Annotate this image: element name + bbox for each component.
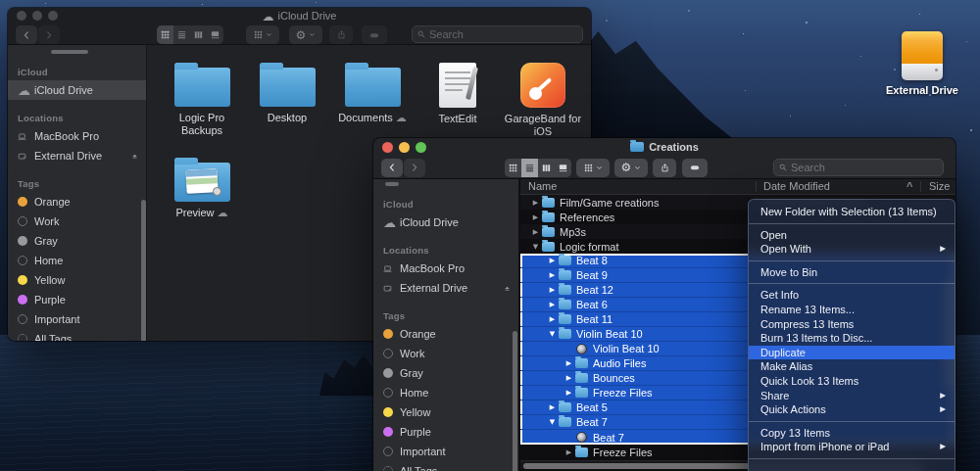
disclosure-triangle-icon[interactable]: ▶ <box>563 374 575 382</box>
sidebar-item-macbook-pro[interactable]: MacBook Pro <box>373 259 518 278</box>
menu-item-make-alias[interactable]: Make Alias <box>749 359 955 374</box>
action-button[interactable]: ⚙ <box>614 159 648 177</box>
sidebar-section-header-tags: Tags <box>18 178 146 189</box>
sidebar-scrollbar[interactable] <box>513 331 517 471</box>
menu-item-burn-13-items-to-disc[interactable]: Burn 13 Items to Disc... <box>749 331 955 346</box>
sidebar-item-icloud-drive[interactable]: ☁iCloud Drive <box>373 212 518 232</box>
sidebar-item-orange[interactable]: Orange <box>8 192 146 212</box>
sidebar-item-all-tags[interactable]: All Tags... <box>373 461 518 471</box>
menu-item-share[interactable]: Share▶ <box>749 389 955 403</box>
view-gallery-button[interactable] <box>555 159 571 177</box>
menu-item-rename-13-items[interactable]: Rename 13 Items... <box>749 303 955 317</box>
menu-item-copy-13-items[interactable]: Copy 13 Items <box>749 426 955 441</box>
sidebar-item-macbook-pro[interactable]: MacBook Pro <box>8 126 146 146</box>
search-field[interactable] <box>412 25 583 43</box>
close-button[interactable] <box>382 142 393 153</box>
grid-item-logic-pro-backups[interactable]: Logic Pro Backups <box>159 61 245 138</box>
eject-icon[interactable] <box>131 153 138 160</box>
disclosure-triangle-icon[interactable]: ▼ <box>546 418 559 426</box>
sidebar-item-purple[interactable]: Purple <box>373 422 518 442</box>
column-header-date-modified[interactable]: Date Modified <box>763 180 830 192</box>
back-button[interactable] <box>381 159 403 177</box>
grid-item-documents[interactable]: Documents☁ <box>329 61 416 138</box>
sidebar-item-gray[interactable]: Gray <box>373 363 518 383</box>
view-grid-button[interactable] <box>505 159 521 177</box>
sidebar-item-yellow[interactable]: Yellow <box>373 402 518 422</box>
minimize-button[interactable] <box>32 11 42 21</box>
eject-icon[interactable] <box>504 285 511 292</box>
sidebar-item-important[interactable]: Important <box>8 309 146 329</box>
disclosure-triangle-icon[interactable]: ▶ <box>546 271 559 279</box>
tag-button[interactable] <box>362 25 387 44</box>
share-button[interactable] <box>653 159 676 177</box>
menu-separator <box>749 421 955 422</box>
disclosure-triangle-icon[interactable]: ▼ <box>529 243 542 251</box>
sidebar-item-external-drive[interactable]: External Drive <box>8 146 146 165</box>
grid-item-desktop[interactable]: Desktop <box>244 61 330 138</box>
sidebar-item-work[interactable]: Work <box>8 212 146 231</box>
disclosure-triangle-icon[interactable]: ▶ <box>546 301 559 308</box>
view-columns-button[interactable] <box>190 25 207 44</box>
menu-item-quick-actions[interactable]: Quick Actions▶ <box>749 402 955 417</box>
sidebar-item-all-tags[interactable]: All Tags... <box>8 329 146 341</box>
sidebar-item-home[interactable]: Home <box>373 383 518 402</box>
menu-item-new-folder-with-selection-13-items[interactable]: New Folder with Selection (13 Items) <box>749 205 955 219</box>
view-list-button[interactable] <box>521 159 538 177</box>
disclosure-triangle-icon[interactable]: ▶ <box>563 448 575 456</box>
search-field[interactable] <box>773 159 944 176</box>
search-input[interactable] <box>425 28 577 40</box>
group-button[interactable] <box>246 25 279 44</box>
external-drive-desktop-icon[interactable]: External Drive <box>879 31 965 96</box>
sidebar-scrollbar[interactable] <box>141 200 146 341</box>
disclosure-triangle-icon[interactable]: ▶ <box>546 403 559 411</box>
menu-item-get-info[interactable]: Get Info <box>749 288 955 303</box>
grid-item-textedit[interactable]: TextEdit <box>415 61 501 138</box>
menu-item-quick-look-13-items[interactable]: Quick Look 13 Items <box>749 374 955 389</box>
zoom-button[interactable] <box>416 142 426 153</box>
menu-item-open[interactable]: Open <box>749 228 955 243</box>
sidebar-item-gray[interactable]: Gray <box>8 231 146 251</box>
sidebar-item-purple[interactable]: Purple <box>8 290 146 309</box>
view-list-button[interactable] <box>173 25 190 44</box>
grid-item-garageband-for-ios[interactable]: GarageBand for iOS <box>500 61 586 138</box>
view-gallery-button[interactable] <box>207 25 223 44</box>
zoom-button[interactable] <box>48 11 58 21</box>
forward-button[interactable] <box>38 25 60 44</box>
menu-item-open-with[interactable]: Open With▶ <box>749 242 955 257</box>
disclosure-triangle-icon[interactable]: ▶ <box>546 286 559 294</box>
menu-item-import-from-iphone-or-ipad[interactable]: Import from iPhone or iPad▶ <box>749 440 955 454</box>
column-header-name[interactable]: Name <box>528 180 557 192</box>
action-button[interactable]: ⚙ <box>289 25 322 44</box>
minimize-button[interactable] <box>399 142 410 153</box>
tag-color-dot <box>18 295 27 305</box>
disclosure-triangle-icon[interactable]: ▶ <box>529 213 542 221</box>
search-input[interactable] <box>787 162 938 173</box>
disclosure-triangle-icon[interactable]: ▶ <box>529 199 542 207</box>
tag-button[interactable] <box>682 159 708 177</box>
disclosure-triangle-icon[interactable]: ▶ <box>546 315 559 323</box>
sidebar-item-important[interactable]: Important <box>373 442 518 461</box>
view-columns-button[interactable] <box>538 159 555 177</box>
disclosure-triangle-icon[interactable]: ▶ <box>563 389 575 397</box>
group-button[interactable] <box>576 159 610 177</box>
sidebar-item-yellow[interactable]: Yellow <box>8 270 146 290</box>
view-grid-button[interactable] <box>157 25 173 44</box>
forward-button[interactable] <box>404 159 425 177</box>
close-button[interactable] <box>17 11 26 21</box>
column-header-size[interactable]: Size <box>929 180 950 192</box>
disclosure-triangle-icon[interactable]: ▼ <box>546 330 559 338</box>
back-button[interactable] <box>16 25 37 44</box>
sidebar-item-orange[interactable]: Orange <box>373 324 518 344</box>
sidebar-item-home[interactable]: Home <box>8 251 146 270</box>
share-button[interactable] <box>329 25 353 44</box>
sidebar-item-icloud-drive[interactable]: ☁iCloud Drive <box>8 80 146 100</box>
sidebar-item-external-drive[interactable]: External Drive <box>373 278 518 298</box>
disclosure-triangle-icon[interactable]: ▶ <box>563 359 575 367</box>
menu-item-move-to-bin[interactable]: Move to Bin <box>749 265 955 280</box>
menu-item-duplicate[interactable]: Duplicate <box>749 346 955 360</box>
disclosure-triangle-icon[interactable]: ▶ <box>546 257 559 264</box>
grid-item-preview[interactable]: Preview☁ <box>159 156 245 219</box>
menu-item-compress-13-items[interactable]: Compress 13 Items <box>749 317 955 332</box>
sidebar-item-work[interactable]: Work <box>373 344 518 363</box>
disclosure-triangle-icon[interactable]: ▶ <box>529 228 542 236</box>
